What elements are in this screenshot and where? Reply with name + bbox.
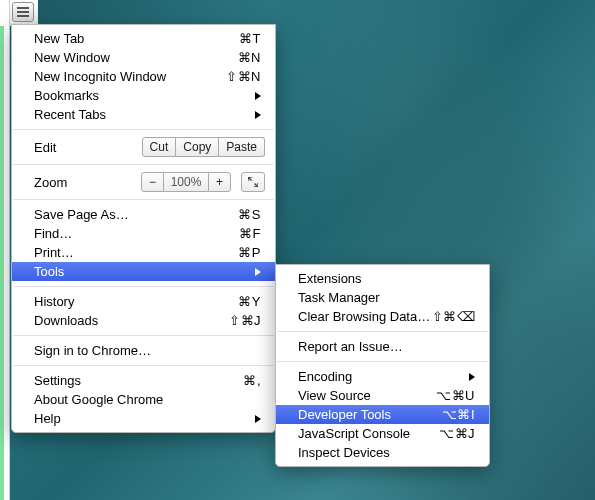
menu-item-label: History <box>34 294 238 309</box>
chevron-right-icon <box>255 92 261 100</box>
menu-item-label: JavaScript Console <box>298 426 439 441</box>
menu-item-label: Task Manager <box>298 290 475 305</box>
menu-item-save-as[interactable]: Save Page As… ⌘S <box>12 205 275 224</box>
submenu-item-task-manager[interactable]: Task Manager <box>276 288 489 307</box>
plus-icon: + <box>216 175 223 189</box>
window-left-edge <box>0 0 10 500</box>
submenu-item-report-issue[interactable]: Report an Issue… <box>276 337 489 356</box>
menu-separator <box>13 365 274 366</box>
menu-item-label: Inspect Devices <box>298 445 475 460</box>
menu-item-new-incognito[interactable]: New Incognito Window ⇧⌘N <box>12 67 275 86</box>
menu-item-label: Tools <box>34 264 255 279</box>
menu-item-shortcut: ⌘T <box>239 31 261 46</box>
edit-button-group: Cut Copy Paste <box>142 137 265 157</box>
menu-item-label: View Source <box>298 388 436 403</box>
menu-item-shortcut: ⇧⌘J <box>229 313 261 328</box>
zoom-button-group: − 100% + <box>141 172 231 192</box>
menu-item-new-window[interactable]: New Window ⌘N <box>12 48 275 67</box>
menu-item-recent-tabs[interactable]: Recent Tabs <box>12 105 275 124</box>
menu-item-shortcut: ⌘F <box>239 226 261 241</box>
menu-item-signin[interactable]: Sign in to Chrome… <box>12 341 275 360</box>
menu-separator <box>13 286 274 287</box>
button-label: Paste <box>226 140 257 154</box>
menu-item-shortcut: ⌥⌘J <box>439 426 475 441</box>
menu-separator <box>277 361 488 362</box>
menu-item-label: Bookmarks <box>34 88 255 103</box>
zoom-out-button[interactable]: − <box>141 172 164 192</box>
hamburger-icon <box>17 7 29 17</box>
paste-button[interactable]: Paste <box>219 137 265 157</box>
menu-zoom-row: Zoom − 100% + <box>12 170 275 194</box>
chevron-right-icon <box>255 111 261 119</box>
menu-item-shortcut: ⌘Y <box>238 294 261 309</box>
menu-item-label: New Window <box>34 50 238 65</box>
svg-rect-2 <box>17 15 29 17</box>
menu-item-label: Save Page As… <box>34 207 238 222</box>
fullscreen-icon <box>248 177 258 187</box>
submenu-item-extensions[interactable]: Extensions <box>276 269 489 288</box>
chevron-right-icon <box>255 415 261 423</box>
menu-item-new-tab[interactable]: New Tab ⌘T <box>12 29 275 48</box>
menu-item-label: New Tab <box>34 31 239 46</box>
menu-item-shortcut: ⌘P <box>238 245 261 260</box>
menu-item-label: Help <box>34 411 255 426</box>
menu-item-label: Report an Issue… <box>298 339 475 354</box>
menu-item-shortcut: ⌘N <box>238 50 261 65</box>
menu-item-label: Recent Tabs <box>34 107 255 122</box>
menu-item-label: Extensions <box>298 271 475 286</box>
menu-item-label: Print… <box>34 245 238 260</box>
svg-rect-1 <box>17 11 29 13</box>
menu-edit-row: Edit Cut Copy Paste <box>12 135 275 159</box>
submenu-item-js-console[interactable]: JavaScript Console ⌥⌘J <box>276 424 489 443</box>
menu-item-about[interactable]: About Google Chrome <box>12 390 275 409</box>
menu-item-settings[interactable]: Settings ⌘, <box>12 371 275 390</box>
minus-icon: − <box>149 175 156 189</box>
menu-item-help[interactable]: Help <box>12 409 275 428</box>
menu-item-label: Clear Browsing Data… <box>298 309 432 324</box>
menu-separator <box>13 199 274 200</box>
copy-button[interactable]: Copy <box>176 137 219 157</box>
cut-button[interactable]: Cut <box>142 137 177 157</box>
menu-separator <box>13 335 274 336</box>
submenu-item-clear-data[interactable]: Clear Browsing Data… ⇧⌘⌫ <box>276 307 489 326</box>
menu-item-label: Encoding <box>298 369 469 384</box>
menu-item-downloads[interactable]: Downloads ⇧⌘J <box>12 311 275 330</box>
menu-item-shortcut: ⌥⌘I <box>442 407 475 422</box>
zoom-in-button[interactable]: + <box>208 172 231 192</box>
tools-submenu: Extensions Task Manager Clear Browsing D… <box>275 264 490 467</box>
menu-item-shortcut: ⌥⌘U <box>436 388 475 403</box>
menu-item-label: Edit <box>34 140 142 155</box>
menu-item-shortcut: ⇧⌘⌫ <box>432 309 476 324</box>
menu-item-label: Settings <box>34 373 243 388</box>
submenu-item-inspect-devices[interactable]: Inspect Devices <box>276 443 489 462</box>
button-label: Cut <box>150 140 169 154</box>
menu-item-label: Downloads <box>34 313 229 328</box>
menu-item-history[interactable]: History ⌘Y <box>12 292 275 311</box>
chevron-right-icon <box>469 373 475 381</box>
menu-item-label: New Incognito Window <box>34 69 226 84</box>
menu-item-label: About Google Chrome <box>34 392 261 407</box>
chrome-menu-button[interactable] <box>12 2 34 22</box>
svg-rect-0 <box>17 7 29 9</box>
menu-separator <box>277 331 488 332</box>
menu-item-shortcut: ⌘S <box>238 207 261 222</box>
submenu-item-view-source[interactable]: View Source ⌥⌘U <box>276 386 489 405</box>
menu-item-shortcut: ⌘, <box>243 373 261 388</box>
menu-separator <box>13 164 274 165</box>
chevron-right-icon <box>255 268 261 276</box>
menu-item-print[interactable]: Print… ⌘P <box>12 243 275 262</box>
menu-item-bookmarks[interactable]: Bookmarks <box>12 86 275 105</box>
menu-item-tools[interactable]: Tools <box>12 262 275 281</box>
menu-item-find[interactable]: Find… ⌘F <box>12 224 275 243</box>
menu-separator <box>13 129 274 130</box>
submenu-item-encoding[interactable]: Encoding <box>276 367 489 386</box>
submenu-item-developer-tools[interactable]: Developer Tools ⌥⌘I <box>276 405 489 424</box>
zoom-value: 100% <box>164 172 208 192</box>
menu-item-shortcut: ⇧⌘N <box>226 69 261 84</box>
menu-item-label: Zoom <box>34 175 141 190</box>
fullscreen-button[interactable] <box>241 172 265 192</box>
menu-item-label: Find… <box>34 226 239 241</box>
menu-item-label: Developer Tools <box>298 407 442 422</box>
button-label: Copy <box>183 140 211 154</box>
menu-item-label: Sign in to Chrome… <box>34 343 261 358</box>
